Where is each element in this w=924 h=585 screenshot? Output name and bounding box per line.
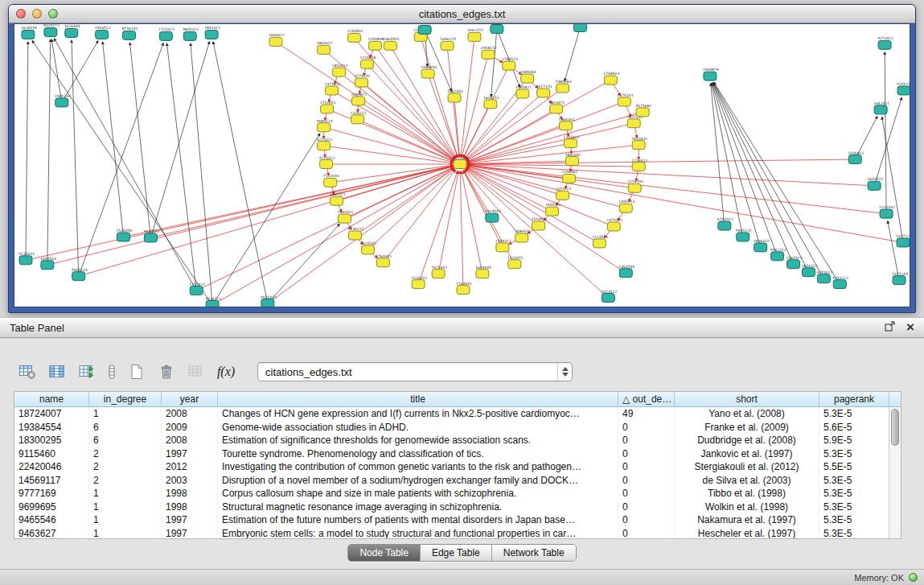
table-cell[interactable]: 0 xyxy=(618,434,675,447)
graph-node-teal[interactable]: 1755412 xyxy=(189,282,205,295)
table-cell[interactable]: 1997 xyxy=(162,447,218,461)
graph-node-yellow[interactable]: 7485083 xyxy=(556,80,572,93)
graph-node-teal[interactable]: 9615322 xyxy=(143,229,159,242)
table-row[interactable]: 2242004622012Investigating the contribut… xyxy=(14,460,901,474)
table-cell[interactable]: 19384554 xyxy=(14,421,89,435)
graph-node-teal[interactable]: 9845312 xyxy=(183,27,199,40)
citation-edge-red[interactable] xyxy=(327,109,454,161)
graph-node-teal[interactable]: 9024272 xyxy=(43,24,60,36)
table-row[interactable]: 969969511998Structural magnetic resonanc… xyxy=(14,501,901,514)
citation-edge-black[interactable] xyxy=(491,29,497,97)
graph-node-yellow[interactable]: 4273312 xyxy=(317,138,333,150)
citation-edge-red[interactable] xyxy=(375,46,455,159)
graph-node-yellow[interactable]: 1853012 xyxy=(332,64,348,76)
table-cell[interactable]: 1 xyxy=(89,527,162,540)
citation-edge-red[interactable] xyxy=(467,112,643,162)
table-cell[interactable]: Wolkin et al. (1998) xyxy=(675,501,819,514)
citation-edge-black[interactable] xyxy=(885,52,886,214)
citation-edge-red[interactable] xyxy=(467,165,886,214)
graph-node-yellow[interactable]: 1664950 xyxy=(383,37,399,50)
graph-node-yellow[interactable]: 1549312 xyxy=(495,239,511,252)
row-tools-icon[interactable] xyxy=(105,360,118,383)
citation-edge-red[interactable] xyxy=(466,93,544,160)
table-cell[interactable]: 1 xyxy=(89,407,162,421)
citation-edge-red[interactable] xyxy=(467,166,626,208)
graph-node-teal[interactable]: 1806322 xyxy=(754,239,770,252)
graph-node-teal[interactable]: 1914545 xyxy=(485,209,501,222)
table-cell[interactable]: 5.3E-5 xyxy=(819,447,889,461)
citation-edge-black[interactable] xyxy=(62,41,98,103)
citation-network-graph[interactable]: 1724023185301214758322751041908511442733… xyxy=(14,24,910,307)
graph-node-teal[interactable]: 9155212 xyxy=(897,82,910,95)
table-cell[interactable]: 9463627 xyxy=(14,527,89,540)
graph-node-yellow[interactable]: 1151021 xyxy=(556,187,572,200)
citation-edge-red[interactable] xyxy=(460,171,463,290)
table-cell[interactable]: 2 xyxy=(89,460,162,474)
table-cell[interactable]: Changes of HCN gene expression and I(f) … xyxy=(218,407,618,421)
citation-edge-red[interactable] xyxy=(47,166,453,265)
graph-node-yellow[interactable]: 1958212 xyxy=(481,46,497,59)
table-cell[interactable]: Dudbridge et al. (2008) xyxy=(675,434,819,447)
graph-node-yellow[interactable]: 1321612 xyxy=(564,135,580,148)
table-cell[interactable]: 5.3E-5 xyxy=(819,501,889,514)
table-cell[interactable]: 5.5E-5 xyxy=(819,460,889,474)
graph-node-yellow[interactable]: 1863021 xyxy=(338,210,354,223)
citation-edge-red[interactable] xyxy=(466,109,556,160)
table-cell[interactable]: 0 xyxy=(618,527,675,540)
graph-node-yellow[interactable]: 3867121 xyxy=(330,192,346,205)
table-row[interactable]: 946362711997Embryonic stem cells: a mode… xyxy=(14,527,901,540)
citation-edge-black[interactable] xyxy=(103,42,124,237)
graph-node-teal[interactable]: 9273411 xyxy=(877,36,893,49)
table-cell[interactable]: 0 xyxy=(618,487,675,501)
graph-node-teal[interactable]: 1735422 xyxy=(158,27,175,40)
graph-node-teal[interactable]: 1602422 xyxy=(867,177,883,190)
citation-edge-red[interactable] xyxy=(79,167,454,277)
float-panel-icon[interactable] xyxy=(885,320,895,335)
graph-node-yellow[interactable]: 1530202 xyxy=(411,276,427,289)
table-cell[interactable]: Tourette syndrome. Phenomenology and cla… xyxy=(218,447,618,461)
graph-node-teal[interactable]: 8756141 xyxy=(122,27,138,39)
table-cell[interactable]: Yano et al. (2008) xyxy=(675,407,819,421)
table-cell[interactable]: 0 xyxy=(618,447,675,461)
table-cell[interactable]: 0 xyxy=(618,460,675,474)
graph-node-yellow[interactable]: 1632042 xyxy=(447,89,463,102)
function-builder-icon[interactable]: f(x) xyxy=(215,360,237,383)
table-cell[interactable]: 9115460 xyxy=(14,447,89,461)
column-header-short[interactable]: short xyxy=(675,392,819,407)
table-cell[interactable]: 9465546 xyxy=(14,513,89,527)
table-cell[interactable]: Tibbo et al. (1998) xyxy=(675,487,819,501)
graph-node-yellow[interactable]: 2775141 xyxy=(354,74,370,87)
graph-node-teal[interactable]: 1210342 xyxy=(879,205,895,218)
table-row[interactable]: 946554611997Estimation of the future num… xyxy=(14,513,901,527)
graph-node-teal[interactable]: 9024704 xyxy=(490,24,506,33)
citation-edge-red[interactable] xyxy=(467,165,634,188)
graph-node-yellow[interactable]: 1763041 xyxy=(456,282,472,295)
graph-node-yellow[interactable]: 1660022 xyxy=(269,33,285,46)
column-header-out_de[interactable]: △ out_de… xyxy=(618,392,675,407)
graph-node-teal[interactable]: 8573041 xyxy=(417,24,433,34)
table-cell[interactable]: 5.3E-5 xyxy=(819,527,889,540)
table-cell[interactable]: de Silva et al. (2003) xyxy=(675,474,819,488)
citation-edge-red[interactable] xyxy=(331,165,454,183)
citation-edge-black[interactable] xyxy=(47,39,51,265)
table-cell[interactable]: Genome-wide association studies in ADHD. xyxy=(218,421,618,435)
table-cell[interactable]: 49 xyxy=(618,407,675,421)
citation-edge-red[interactable] xyxy=(324,146,454,163)
citation-edge-red[interactable] xyxy=(124,166,454,237)
citation-edge-black[interactable] xyxy=(882,117,903,242)
graph-node-yellow[interactable]: 1466950 xyxy=(421,65,437,78)
table-cell[interactable]: 5.3E-5 xyxy=(819,474,889,488)
table-cell[interactable]: Hescheler et al. (1997) xyxy=(675,527,819,540)
citation-edge-red[interactable] xyxy=(467,159,855,164)
table-cell[interactable]: 2003 xyxy=(162,474,218,488)
graph-node-yellow[interactable]: 1616251 xyxy=(483,96,499,109)
graph-node-yellow[interactable]: 1554931 xyxy=(532,217,548,230)
graph-node-yellow[interactable]: 1677141 xyxy=(536,84,552,97)
graph-node-yellow[interactable]: 1696124 xyxy=(440,37,456,50)
table-cell[interactable]: 6 xyxy=(89,434,162,447)
citation-edge-red[interactable] xyxy=(428,74,458,158)
citation-edge-black[interactable] xyxy=(713,82,823,278)
table-cell[interactable]: 5.6E-5 xyxy=(819,421,889,435)
graph-node-yellow[interactable]: 1099871 xyxy=(351,93,367,105)
table-cell[interactable]: 5.3E-5 xyxy=(819,513,889,527)
